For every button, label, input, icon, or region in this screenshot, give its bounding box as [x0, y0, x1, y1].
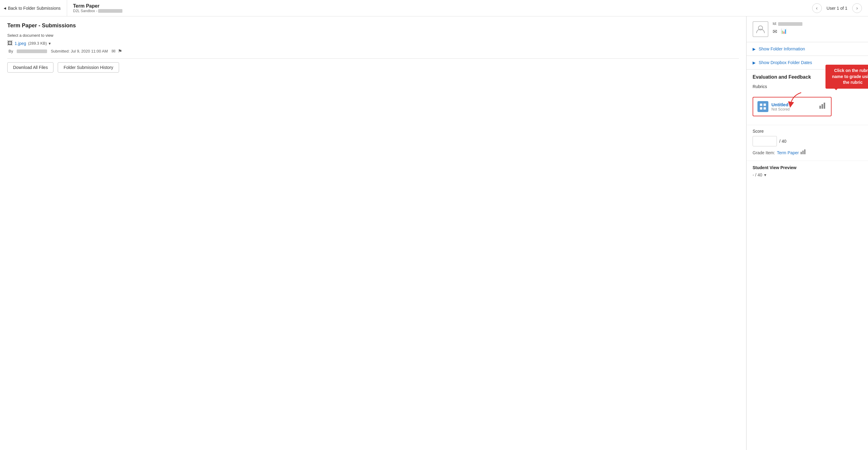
nav-label: User 1 of 1: [827, 6, 847, 11]
flag-icon[interactable]: ⚑: [118, 48, 122, 54]
right-panel: Id: ✉ 📊 ▶ Show Folder Information ▶ Show…: [746, 17, 868, 450]
submitted-label: Submitted: Jul 9, 2020 11:00 AM: [51, 49, 108, 54]
show-folder-info-section: ▶ Show Folder Information: [746, 42, 868, 56]
show-folder-info-header[interactable]: ▶ Show Folder Information: [752, 46, 862, 51]
rubric-stats-icon[interactable]: [819, 103, 827, 110]
header: ◂ Back to Folder Submissions Term Paper …: [0, 0, 868, 17]
svg-rect-7: [824, 103, 825, 109]
header-subtitle: D2L Sandbox -: [73, 9, 123, 13]
rubric-grid-icon: [757, 101, 768, 112]
page-title: Term Paper - Submissions: [7, 23, 739, 29]
right-arrow-icon: ›: [856, 5, 858, 11]
user-id-redacted: [778, 22, 802, 26]
file-image-icon: 🖼: [7, 40, 13, 46]
by-label: By: [8, 49, 13, 54]
svg-rect-9: [802, 151, 804, 154]
grade-item-link[interactable]: Term Paper: [777, 150, 799, 155]
envelope-icon[interactable]: ✉: [112, 48, 116, 54]
header-title-block: Term Paper D2L Sandbox -: [67, 3, 123, 13]
folder-history-button[interactable]: Folder Submission History: [58, 62, 119, 72]
rubric-card-left: Untitled Not Scored: [757, 101, 789, 112]
file-dropdown-icon[interactable]: ▾: [49, 41, 51, 46]
meta-icons: ✉ ⚑: [112, 48, 122, 54]
prev-user-button[interactable]: ‹: [812, 3, 822, 13]
student-view-dropdown-icon[interactable]: ▾: [764, 172, 766, 177]
folder-info-arrow-icon: ▶: [752, 47, 756, 51]
grade-stats-icon[interactable]: [801, 150, 807, 156]
score-input[interactable]: [752, 136, 777, 147]
score-row: / 40: [752, 136, 862, 147]
grade-item-row: Grade Item: Term Paper: [752, 150, 862, 156]
svg-rect-6: [822, 104, 823, 109]
select-label: Select a document to view: [7, 33, 739, 38]
score-total: / 40: [779, 139, 786, 143]
svg-rect-1: [760, 103, 762, 106]
file-link[interactable]: 1.jpeg: [14, 41, 26, 46]
svg-rect-4: [764, 107, 766, 109]
header-left: ◂ Back to Folder Submissions Term Paper …: [0, 0, 122, 17]
rubric-card-container: Click on the rubric name to grade using …: [752, 92, 832, 120]
file-size: (289.3 KB): [28, 41, 47, 45]
back-link[interactable]: ◂ Back to Folder Submissions: [4, 0, 67, 17]
user-info-section: Id: ✉ 📊: [746, 17, 868, 42]
left-arrow-icon: ‹: [816, 5, 817, 11]
show-dropbox-dates-header[interactable]: ▶ Show Dropbox Folder Dates: [752, 60, 862, 65]
eval-section: Evaluation and Feedback Rubrics Click on…: [746, 69, 868, 125]
by-name-redacted: [17, 50, 47, 53]
download-all-button[interactable]: Download All Files: [7, 62, 54, 72]
score-label: Score: [752, 129, 862, 134]
stats-action-icon[interactable]: 📊: [781, 28, 787, 35]
student-view-title: Student View Preview: [752, 165, 862, 170]
student-view-section: Student View Preview - / 40 ▾: [746, 161, 868, 182]
dropbox-dates-label: Show Dropbox Folder Dates: [759, 60, 812, 65]
student-view-score: - / 40 ▾: [752, 172, 862, 177]
avatar: [752, 21, 768, 37]
user-action-icons: ✉ 📊: [773, 28, 862, 35]
left-panel: Term Paper - Submissions Select a docume…: [0, 17, 746, 450]
svg-rect-8: [801, 152, 802, 154]
svg-rect-2: [764, 103, 766, 106]
svg-rect-10: [804, 150, 805, 154]
grade-item-label: Grade Item:: [752, 150, 775, 155]
divider: [7, 58, 739, 59]
callout-arrow: [786, 90, 804, 109]
header-title: Term Paper: [73, 3, 123, 9]
subtitle-redacted: [98, 9, 122, 13]
email-action-icon[interactable]: ✉: [773, 28, 777, 35]
main-layout: Term Paper - Submissions Select a docume…: [0, 17, 868, 450]
score-section: Score / 40 Grade Item: Term Paper: [746, 125, 868, 161]
folder-info-label: Show Folder Information: [759, 46, 805, 51]
dropbox-dates-arrow-icon: ▶: [752, 60, 756, 65]
callout-box: Click on the rubric name to grade using …: [826, 65, 868, 89]
user-id-label: Id:: [773, 21, 862, 26]
submission-meta: By Submitted: Jul 9, 2020 11:00 AM ✉ ⚑: [8, 48, 739, 54]
back-link-label: Back to Folder Submissions: [8, 0, 61, 17]
button-row: Download All Files Folder Submission His…: [7, 62, 739, 72]
header-nav: ‹ User 1 of 1 ›: [812, 3, 868, 13]
svg-rect-3: [760, 107, 762, 109]
next-user-button[interactable]: ›: [852, 3, 862, 13]
user-details: Id: ✉ 📊: [773, 21, 862, 35]
file-row: 🖼 1.jpeg (289.3 KB) ▾: [7, 40, 739, 46]
svg-rect-5: [819, 106, 821, 109]
back-arrow-icon: ◂: [4, 0, 6, 17]
